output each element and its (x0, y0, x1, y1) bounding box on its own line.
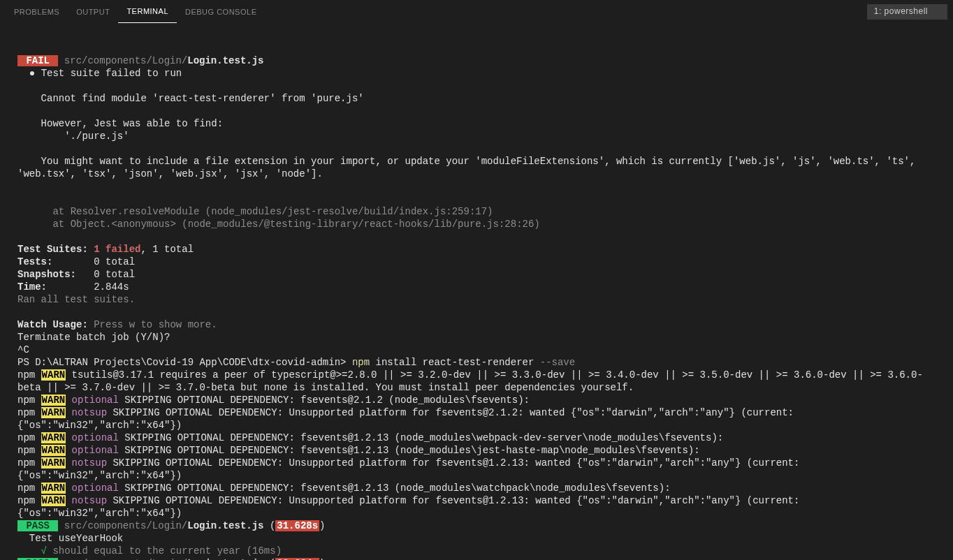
pass-badge-1: PASS (17, 520, 58, 531)
error-cannot-find: Cannot find module 'react-test-renderer'… (17, 93, 364, 104)
error-purejs: './pure.js' (17, 131, 129, 142)
error-however: However, Jest was able to find: (17, 118, 223, 129)
prompt-cmd-rest: install react-test-renderer (370, 357, 540, 368)
pass1-test: should equal to the current year (16ms) (52, 545, 282, 557)
fail-path-dir: src/components/Login/ (58, 55, 187, 66)
tab-debug-console[interactable]: DEBUG CONSOLE (177, 1, 265, 22)
summary-tests-val: 0 total (94, 256, 135, 267)
summary-time-label: Time: (17, 281, 94, 293)
pass1-time: 31.628s (275, 520, 319, 531)
summary-ran: Ran all test suites. (17, 294, 135, 305)
error-hint: You might want to include a file extensi… (17, 156, 922, 179)
fail-path-file: Login.test.js (187, 55, 263, 66)
summary-snapshots-val: 0 total (94, 269, 135, 280)
terminal-shell-selector[interactable]: 1: powershell (867, 4, 947, 20)
summary-suites-rest: , 1 total (140, 244, 194, 255)
summary-time-val: 2.844s (94, 281, 129, 293)
summary-tests-label: Tests: (17, 256, 94, 267)
watch-label: Watch Usage: (17, 319, 94, 330)
suite-failed-text: Test suite failed to run (41, 68, 182, 79)
pass1-desc: Test useYearHook (17, 533, 123, 544)
prompt-path: PS D:\ALTRAN Projects\Covid-19 App\CODE\… (17, 357, 352, 368)
terminal-output[interactable]: FAIL src/components/Login/Login.test.js … (0, 24, 953, 560)
bullet: ● (17, 68, 41, 79)
tab-problems[interactable]: PROBLEMS (6, 1, 68, 22)
watch-text: Press w to show more. (94, 319, 217, 330)
npm-warn-lines: npm WARN tsutils@3.17.1 requires a peer … (17, 369, 936, 520)
fail-badge: FAIL (17, 55, 58, 66)
tab-output[interactable]: OUTPUT (68, 1, 118, 22)
pass1-path-dir: src/components/Login/ (58, 520, 187, 531)
panel-tab-bar: PROBLEMS OUTPUT TERMINAL DEBUG CONSOLE 1… (0, 0, 953, 24)
summary-snapshots-label: Snapshots: (17, 269, 94, 280)
stack-2: at Object.<anonymous> (node_modules/@tes… (17, 219, 540, 230)
prompt-cmd-save: --save (540, 357, 575, 368)
pass1-open: ( (263, 520, 275, 531)
pass1-close: ) (319, 520, 325, 531)
summary-suites-label: Test Suites: (17, 244, 94, 255)
prompt-cmd-npm: npm (352, 357, 370, 368)
summary-suites-failed: 1 failed (94, 244, 140, 255)
ctrl-c: ^C (17, 344, 29, 355)
checkmark-icon: √ (17, 545, 52, 557)
terminate-batch: Terminate batch job (Y/N)? (17, 332, 170, 343)
pass1-path-file: Login.test.js (187, 520, 263, 531)
tab-terminal[interactable]: TERMINAL (118, 1, 177, 22)
stack-1: at Resolver.resolveModule (node_modules/… (17, 206, 493, 217)
